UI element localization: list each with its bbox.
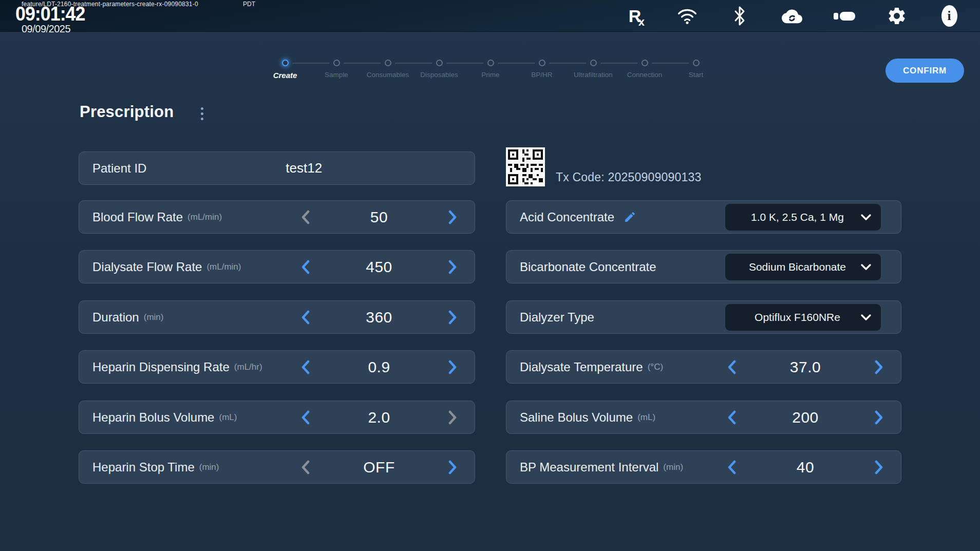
settings-gear-icon[interactable] <box>887 3 907 29</box>
confirm-button[interactable]: CONFIRM <box>885 59 964 83</box>
field-value[interactable]: 37.0 <box>741 358 870 376</box>
app-screen: feature/LDT-2160-treatment-parameters-cr… <box>0 0 980 551</box>
bp-measurement-interval-field: BP Measurement Interval (min) 40 <box>506 450 901 484</box>
clock-date: 09/09/2025 <box>22 23 70 35</box>
decrement-button[interactable] <box>723 456 741 479</box>
field-label: Patient ID <box>92 161 146 176</box>
top-status-bar: feature/LDT-2160-treatment-parameters-cr… <box>0 0 980 32</box>
increment-button[interactable] <box>870 406 888 429</box>
field-value[interactable]: 40 <box>741 459 870 476</box>
step-circle-icon <box>693 60 700 66</box>
qr-code <box>506 147 545 186</box>
edit-pencil-icon[interactable] <box>624 211 636 223</box>
tx-code-label: Tx Code: 20250909090133 <box>556 170 701 184</box>
chevron-down-icon <box>860 263 872 271</box>
acid-concentrate-field: Acid Concentrate 1.0 K, 2.5 Ca, 1 Mg <box>506 200 901 234</box>
increment-button[interactable] <box>870 356 888 378</box>
decrement-button[interactable] <box>297 456 314 479</box>
duration-field: Duration (min) 360 <box>79 300 475 334</box>
step-circle-icon <box>282 60 289 66</box>
field-value[interactable]: 50 <box>314 208 444 226</box>
field-value[interactable]: 450 <box>314 258 444 276</box>
cloud-sync-icon <box>782 3 802 29</box>
chevron-down-icon <box>860 314 872 321</box>
dialyzer-type-field: Dialyzer Type Optiflux F160NRe <box>506 300 901 334</box>
dialysate-temperature-field: Dialysate Temperature (°C) 37.0 <box>506 350 901 384</box>
decrement-button[interactable] <box>297 256 314 278</box>
increment-button[interactable] <box>444 406 461 429</box>
increment-button[interactable] <box>444 456 461 479</box>
step-circle-icon <box>436 60 443 66</box>
step-start[interactable]: Start <box>670 60 722 80</box>
step-circle-icon <box>642 60 648 66</box>
step-circle-icon <box>487 60 494 66</box>
patient-id-value[interactable]: test12 <box>146 160 461 176</box>
increment-button[interactable] <box>870 456 888 479</box>
tx-code-value: 20250909090133 <box>608 170 702 184</box>
bicarbonate-concentrate-field: Bicarbonate Concentrate Sodium Bicarbona… <box>506 250 901 283</box>
decrement-button[interactable] <box>723 356 741 378</box>
dialyzer-type-dropdown[interactable]: Optiflux F160NRe <box>725 304 881 331</box>
usb-drive-icon <box>834 3 855 29</box>
acid-concentrate-dropdown[interactable]: 1.0 K, 2.5 Ca, 1 Mg <box>725 204 881 231</box>
increment-button[interactable] <box>444 256 461 278</box>
field-value[interactable]: 0.9 <box>314 358 444 376</box>
wifi-icon <box>677 3 698 29</box>
bluetooth-icon <box>729 3 750 29</box>
increment-button[interactable] <box>444 356 461 378</box>
decrement-button[interactable] <box>723 406 741 429</box>
heparin-stop-time-field: Heparin Stop Time (min) OFF <box>79 450 475 484</box>
chevron-down-icon <box>860 214 872 221</box>
decrement-button[interactable] <box>297 306 314 329</box>
saline-bolus-volume-field: Saline Bolus Volume (mL) 200 <box>506 401 901 434</box>
blood-flow-rate-field: Blood Flow Rate (mL/min) 50 <box>79 200 475 234</box>
info-icon[interactable]: i <box>939 3 959 29</box>
field-value[interactable]: 200 <box>741 409 870 426</box>
field-value[interactable]: OFF <box>314 459 444 476</box>
step-circle-icon <box>590 60 597 66</box>
decrement-button[interactable] <box>297 356 314 378</box>
heparin-bolus-volume-field: Heparin Bolus Volume (mL) 2.0 <box>79 401 475 434</box>
decrement-button[interactable] <box>297 206 314 229</box>
patient-id-field[interactable]: Patient ID test12 <box>79 151 475 185</box>
step-circle-icon <box>333 60 340 66</box>
field-value[interactable]: 360 <box>314 309 444 326</box>
workflow-stepper: Create Sample Consumables Disposables Pr… <box>259 60 722 80</box>
field-value[interactable]: 2.0 <box>314 409 444 426</box>
step-circle-icon <box>385 60 391 66</box>
timezone-label: PDT <box>243 1 255 8</box>
kebab-menu-icon[interactable] <box>198 107 205 120</box>
heparin-dispensing-rate-field: Heparin Dispensing Rate (mL/hr) 0.9 <box>79 350 475 384</box>
rx-icon: Rx <box>625 3 645 29</box>
clock-time: 09:01:42 <box>15 3 85 25</box>
bicarbonate-concentrate-dropdown[interactable]: Sodium Bicarbonate <box>725 254 881 280</box>
dialysate-flow-rate-field: Dialysate Flow Rate (mL/min) 450 <box>79 250 475 283</box>
increment-button[interactable] <box>444 206 461 229</box>
increment-button[interactable] <box>444 306 461 329</box>
step-circle-icon <box>539 60 545 66</box>
status-icon-tray: Rx <box>625 0 959 32</box>
decrement-button[interactable] <box>297 406 314 429</box>
page-title: Prescription <box>80 103 174 121</box>
